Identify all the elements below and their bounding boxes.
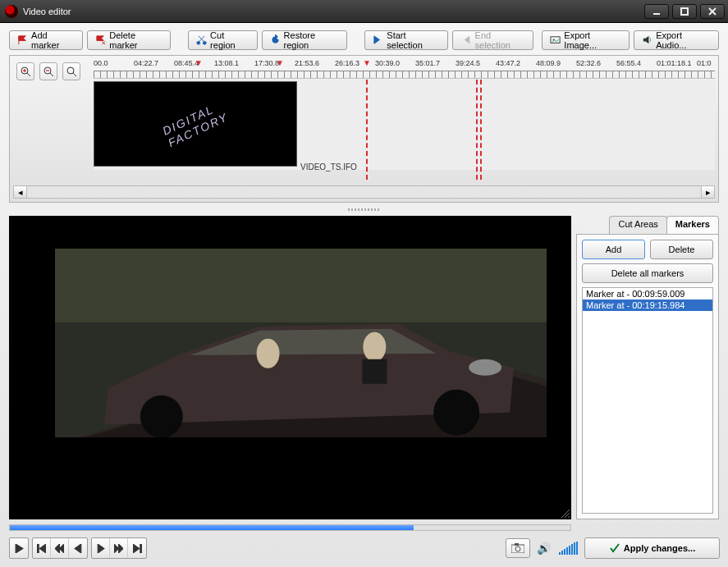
label: Delete marker: [109, 30, 163, 50]
ruler-tick: 21:53.6: [295, 59, 319, 67]
svg-line-10: [199, 36, 204, 42]
ruler-tick: 01:01:18.1: [657, 59, 692, 67]
svg-rect-23: [55, 249, 547, 322]
marker-add-button[interactable]: Add: [582, 240, 645, 259]
side-panel: Cut Areas Markers Add Delete Delete all …: [576, 216, 719, 519]
progress-fill: [10, 525, 414, 530]
markers-list[interactable]: Marker at - 00:09:59.009Marker at - 00:1…: [582, 287, 713, 514]
close-button[interactable]: [700, 4, 725, 19]
svg-line-14: [27, 73, 30, 76]
svg-point-26: [433, 390, 479, 436]
playhead-line[interactable]: [480, 80, 482, 180]
panel-resize-handle[interactable]: [4, 204, 724, 214]
tab-bar: Cut Areas Markers: [576, 216, 719, 234]
goto-end-button[interactable]: [128, 538, 146, 558]
list-item[interactable]: Marker at - 00:09:59.009: [583, 288, 712, 300]
scissors-icon: [196, 34, 207, 46]
svg-rect-30: [37, 544, 39, 553]
timeline-track[interactable]: 00.004:22.708:45.413:08.117:30.821:53.62…: [94, 59, 715, 182]
label: Apply changes...: [624, 543, 695, 553]
cut-region-button[interactable]: Cut region: [188, 30, 257, 50]
zoom-fit-button[interactable]: [62, 62, 80, 80]
svg-point-24: [469, 359, 501, 376]
app-body: Add marker Delete marker Cut region Rest…: [0, 23, 728, 567]
frame-forward-button[interactable]: [92, 538, 110, 558]
maximize-button[interactable]: [672, 4, 697, 19]
step-forward-button[interactable]: [110, 538, 128, 558]
svg-point-25: [140, 396, 183, 437]
flag-add-icon: [17, 34, 28, 46]
timeline-ruler: 00.004:22.708:45.413:08.117:30.821:53.62…: [94, 59, 715, 71]
markers-panel: Add Delete Delete all markers Marker at …: [576, 234, 719, 519]
tab-markers[interactable]: Markers: [666, 216, 719, 234]
timeline-marker[interactable]: ▼: [276, 59, 284, 67]
preview-image: [55, 249, 547, 437]
zoom-in-button[interactable]: [16, 62, 34, 80]
frame-back-button[interactable]: [69, 538, 87, 558]
window-title: Video editor: [23, 7, 644, 16]
svg-point-20: [67, 67, 74, 74]
flag-delete-icon: [95, 34, 106, 46]
delete-marker-button[interactable]: Delete marker: [87, 30, 171, 50]
clip-row[interactable]: DIGITALFACTORY VIDEO_TS.IFO: [94, 80, 715, 170]
delete-all-markers-button[interactable]: Delete all markers: [582, 263, 713, 283]
zoom-out-button[interactable]: [39, 62, 57, 80]
ruler-tick: 30:39.0: [375, 59, 400, 67]
snapshot-button[interactable]: [506, 538, 530, 558]
svg-point-8: [203, 42, 206, 45]
svg-line-18: [50, 73, 53, 76]
svg-rect-1: [681, 8, 688, 15]
timeline-scrollbar[interactable]: ◂ ▸: [13, 185, 715, 199]
goto-start-button[interactable]: [33, 538, 51, 558]
ruler-tick: 35:01.7: [415, 59, 440, 67]
svg-rect-29: [362, 359, 387, 384]
end-selection-button: End selection: [452, 30, 533, 50]
svg-point-27: [257, 339, 280, 368]
video-preview: [9, 216, 571, 519]
speaker-icon[interactable]: 🔊: [537, 542, 551, 555]
playback-progress[interactable]: [9, 524, 571, 531]
ruler-tick: 52:32.6: [576, 59, 601, 67]
start-selection-button[interactable]: Start selection: [364, 30, 448, 50]
svg-line-9: [199, 36, 205, 42]
window-titlebar: Video editor: [0, 0, 728, 23]
play-button[interactable]: [10, 538, 28, 558]
ruler-tick: 48:09.9: [536, 59, 561, 67]
export-image-button[interactable]: Export Image...: [542, 30, 630, 50]
selection-end-icon: [460, 34, 471, 46]
video-clip[interactable]: DIGITALFACTORY: [94, 81, 297, 167]
restore-region-button[interactable]: Restore region: [262, 30, 348, 50]
timeline-marker[interactable]: ▼: [195, 59, 203, 67]
apply-changes-button[interactable]: Apply changes...: [584, 537, 720, 559]
resize-grip-icon[interactable]: [560, 508, 570, 518]
zoom-controls: [13, 59, 92, 80]
export-audio-button[interactable]: Export Audio...: [634, 30, 719, 50]
selection-end-line[interactable]: [476, 80, 478, 180]
selection-start-icon: [373, 34, 383, 46]
label: Add marker: [31, 30, 75, 50]
scroll-right-button[interactable]: ▸: [701, 186, 714, 198]
svg-rect-34: [515, 543, 519, 546]
scroll-left-button[interactable]: ◂: [14, 186, 27, 198]
add-marker-button[interactable]: Add marker: [9, 30, 83, 50]
ruler-tick: 26:16.3: [335, 59, 359, 67]
selection-start-flag[interactable]: ▼: [363, 59, 371, 67]
ruler-tick: 04:22.7: [134, 59, 158, 67]
step-back-button[interactable]: [51, 538, 69, 558]
list-item[interactable]: Marker at - 00:19:15.984: [583, 300, 712, 311]
export-audio-icon: [642, 34, 652, 46]
svg-point-33: [515, 546, 520, 551]
label: Restore region: [284, 30, 339, 50]
tab-cut-areas[interactable]: Cut Areas: [609, 216, 666, 234]
label: Cut region: [210, 30, 249, 50]
label: Export Image...: [564, 30, 621, 50]
clip-filename: VIDEO_TS.IFO: [300, 162, 357, 171]
transport-bar: 🔊 Apply changes...: [4, 536, 724, 560]
minimize-button[interactable]: [644, 4, 669, 19]
timeline-panel: 00.004:22.708:45.413:08.117:30.821:53.62…: [9, 55, 719, 203]
marker-delete-button[interactable]: Delete: [650, 240, 713, 259]
volume-meter[interactable]: [559, 542, 578, 555]
selection-start-line[interactable]: [366, 80, 368, 180]
ruler-tick: 01:0: [697, 59, 712, 67]
label: Start selection: [387, 30, 440, 50]
